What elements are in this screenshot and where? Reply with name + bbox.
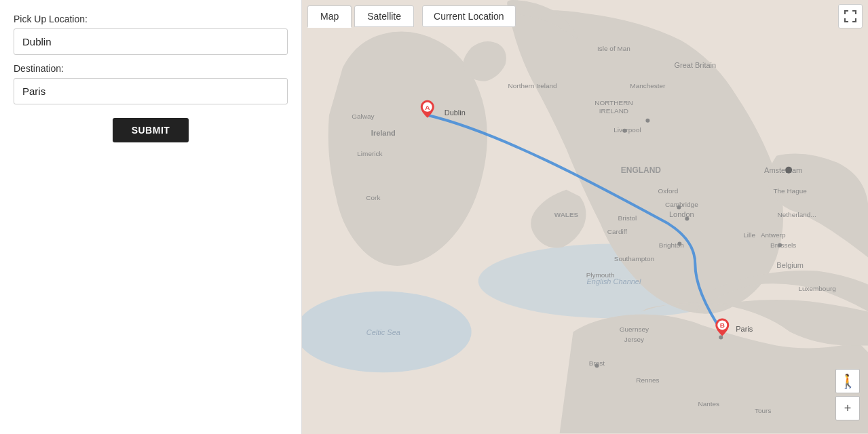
- submit-button[interactable]: SUBMIT: [113, 118, 189, 142]
- destination-label: Destination:: [14, 63, 288, 74]
- svg-text:Rennes: Rennes: [636, 376, 659, 384]
- svg-text:Brussels: Brussels: [770, 241, 796, 249]
- svg-text:Cambridge: Cambridge: [665, 201, 698, 208]
- svg-text:Belgium: Belgium: [776, 261, 804, 269]
- fullscreen-button[interactable]: [838, 4, 863, 28]
- map-top-bar: Map Satellite Current Location: [302, 0, 868, 33]
- pickup-input[interactable]: [14, 28, 288, 55]
- svg-text:IRELAND: IRELAND: [599, 107, 628, 115]
- svg-text:English Channel: English Channel: [587, 277, 641, 285]
- svg-text:Oxford: Oxford: [658, 187, 678, 195]
- svg-text:Antwerp: Antwerp: [761, 231, 786, 239]
- svg-point-46: [622, 129, 626, 133]
- svg-text:Luxembourg: Luxembourg: [798, 285, 835, 292]
- svg-text:Limerick: Limerick: [357, 150, 382, 157]
- svg-text:Paris: Paris: [736, 325, 753, 333]
- svg-point-45: [645, 119, 649, 123]
- svg-text:A: A: [425, 104, 430, 111]
- svg-text:Jersey: Jersey: [624, 336, 644, 343]
- current-location-button[interactable]: Current Location: [422, 5, 516, 27]
- svg-point-47: [685, 217, 689, 221]
- svg-text:Cork: Cork: [366, 194, 380, 201]
- left-panel: Pick Up Location: Destination: SUBMIT: [0, 0, 302, 434]
- svg-text:Southampton: Southampton: [614, 255, 654, 262]
- svg-text:ENGLAND: ENGLAND: [621, 165, 662, 175]
- tab-satellite[interactable]: Satellite: [354, 5, 414, 27]
- svg-text:Bristol: Bristol: [618, 214, 637, 222]
- svg-text:NORTHERN: NORTHERN: [595, 99, 633, 106]
- svg-text:Tours: Tours: [755, 407, 771, 414]
- svg-text:Guernsey: Guernsey: [620, 326, 649, 333]
- fullscreen-icon: [844, 10, 856, 22]
- svg-text:Northern Ireland: Northern Ireland: [508, 82, 557, 90]
- map-panel: Map Satellite Current Location: [302, 0, 868, 434]
- svg-point-48: [677, 205, 681, 210]
- svg-text:Netherland...: Netherland...: [778, 211, 816, 218]
- svg-text:Liverpool: Liverpool: [614, 126, 641, 134]
- svg-point-53: [719, 335, 723, 339]
- svg-text:London: London: [669, 210, 694, 218]
- svg-text:Lille: Lille: [743, 231, 755, 239]
- map-svg: Ireland Galway Limerick Cork ENGLAND WAL…: [302, 0, 868, 433]
- svg-text:The Hague: The Hague: [773, 187, 807, 195]
- svg-point-51: [785, 167, 792, 174]
- svg-point-49: [677, 242, 681, 246]
- svg-text:B: B: [720, 321, 725, 329]
- pickup-field-group: Pick Up Location:: [14, 14, 288, 55]
- zoom-in-icon: +: [844, 401, 852, 416]
- svg-text:Manchester: Manchester: [630, 82, 666, 90]
- svg-text:WALES: WALES: [554, 211, 579, 218]
- pickup-label: Pick Up Location:: [14, 14, 288, 24]
- svg-point-52: [778, 243, 782, 248]
- svg-text:Galway: Galway: [352, 113, 374, 120]
- svg-text:Cardiff: Cardiff: [607, 228, 627, 235]
- svg-text:Amsterdam: Amsterdam: [764, 166, 802, 174]
- destination-field-group: Destination:: [14, 63, 288, 104]
- zoom-in-button[interactable]: +: [835, 396, 860, 420]
- label-ireland: Ireland: [371, 129, 396, 137]
- svg-text:Celtic Sea: Celtic Sea: [366, 328, 400, 336]
- svg-text:Great Britain: Great Britain: [675, 61, 717, 69]
- svg-text:Isle of Man: Isle of Man: [597, 45, 630, 52]
- pegman-icon: 🚶: [839, 373, 856, 389]
- svg-point-50: [595, 363, 599, 368]
- tab-map[interactable]: Map: [307, 5, 352, 28]
- destination-input[interactable]: [14, 78, 288, 104]
- svg-text:Dublin: Dublin: [445, 108, 466, 117]
- map-bottom-controls: 🚶 +: [835, 369, 860, 420]
- svg-text:Nantes: Nantes: [698, 400, 719, 408]
- pegman-button[interactable]: 🚶: [835, 369, 860, 393]
